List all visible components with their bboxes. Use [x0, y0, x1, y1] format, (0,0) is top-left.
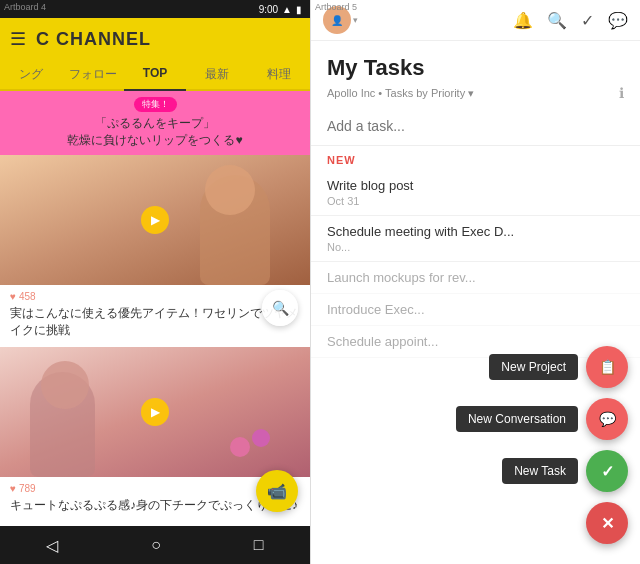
new-task-label: New Task: [502, 458, 578, 484]
content-area: 特集！ 「ぷるるんをキープ」 乾燥に負けないリップをつくる♥ ▶ ♥ 458 実…: [0, 91, 310, 526]
info-icon[interactable]: ℹ: [619, 85, 624, 101]
new-conversation-label: New Conversation: [456, 406, 578, 432]
battery-icon: ▮: [296, 4, 302, 15]
task-title-3: Introduce Exec...: [327, 302, 624, 317]
back-icon[interactable]: ◁: [46, 536, 58, 555]
task-date-0: Oct 31: [327, 195, 624, 207]
task-title-0: Write blog post: [327, 178, 624, 193]
close-icon: ✕: [601, 514, 614, 533]
artboard-label-left: Artboard 4: [4, 2, 46, 12]
task-item-2[interactable]: Launch mockups for rev...: [311, 262, 640, 294]
status-bar: 9:00 ▲ ▮: [0, 0, 310, 18]
likes-1: ♥ 458: [10, 291, 300, 302]
bottom-nav: ◁ ○ □: [0, 526, 310, 564]
tasks-list: NEW Write blog post Oct 31 Schedule meet…: [311, 146, 640, 564]
featured-line1: 「ぷるるんをキープ」: [6, 115, 304, 132]
fab-row-conversation: New Conversation 💬: [456, 398, 628, 440]
recents-icon[interactable]: □: [254, 536, 264, 554]
artboard-left: Artboard 4 9:00 ▲ ▮ ☰ C CHANNEL ング フォロー …: [0, 0, 310, 564]
heart-icon-2: ♥: [10, 483, 16, 494]
tab-bar: ング フォロー TOP 最新 料理: [0, 60, 310, 91]
page-title-area: My Tasks Apollo Inc • Tasks by Priority …: [311, 41, 640, 107]
add-task-row[interactable]: [311, 107, 640, 146]
task-date-1: No...: [327, 241, 624, 253]
home-icon[interactable]: ○: [151, 536, 161, 554]
task-title-1: Schedule meeting with Exec D...: [327, 224, 624, 239]
search-icon[interactable]: 🔍: [547, 11, 567, 30]
task-title-2: Launch mockups for rev...: [327, 270, 624, 285]
status-time: 9:00: [259, 4, 278, 15]
subtitle-row[interactable]: Apollo Inc • Tasks by Priority ▾ ℹ: [327, 85, 624, 101]
wifi-icon: ▲: [282, 4, 292, 15]
video-fab-button[interactable]: 📹: [256, 470, 298, 512]
task-item-1[interactable]: Schedule meeting with Exec D... No...: [311, 216, 640, 262]
tab-saishin[interactable]: 最新: [186, 60, 248, 89]
heart-icon-1: ♥: [10, 291, 16, 302]
video-thumb-2: ▶: [0, 347, 310, 477]
featured-banner: 特集！ 「ぷるるんをキープ」 乾燥に負けないリップをつくる♥: [0, 91, 310, 155]
fab-row-project: New Project 📋: [489, 346, 628, 388]
new-task-icon: ✓: [601, 462, 614, 481]
tab-ryouri[interactable]: 料理: [248, 60, 310, 89]
card-title-1: 実はこんなに使える優先アイテム！ワセリンでツヤメイクに挑戦: [10, 305, 300, 339]
play-button-1[interactable]: ▶: [141, 206, 169, 234]
task-item-0[interactable]: Write blog post Oct 31: [311, 170, 640, 216]
section-new-header: NEW: [311, 146, 640, 170]
new-project-button[interactable]: 📋: [586, 346, 628, 388]
right-top-bar: 👤 ▾ 🔔 🔍 ✓ 💬: [311, 0, 640, 41]
card-title-2: キュートなぷるぷる感♪身の下チークでぷっくりビに♪: [10, 497, 300, 514]
new-conversation-icon: 💬: [599, 411, 616, 427]
bell-icon[interactable]: 🔔: [513, 11, 533, 30]
search-overlay-button[interactable]: 🔍: [262, 290, 298, 326]
play-button-2[interactable]: ▶: [141, 398, 169, 426]
check-icon[interactable]: ✓: [581, 11, 594, 30]
fab-area: New Project 📋 New Conversation 💬 New Tas…: [456, 346, 628, 544]
chat-icon[interactable]: 💬: [608, 11, 628, 30]
task-item-3[interactable]: Introduce Exec...: [311, 294, 640, 326]
avatar-icon: 👤: [331, 15, 343, 26]
fab-row-close: ✕: [586, 502, 628, 544]
featured-badge: 特集！: [134, 97, 177, 112]
tab-ngu[interactable]: ング: [0, 60, 62, 89]
tab-follow[interactable]: フォロー: [62, 60, 124, 89]
page-title: My Tasks: [327, 55, 624, 81]
fab-close-button[interactable]: ✕: [586, 502, 628, 544]
new-project-icon: 📋: [599, 359, 616, 375]
subtitle-text: Apollo Inc • Tasks by Priority ▾: [327, 87, 474, 100]
new-conversation-button[interactable]: 💬: [586, 398, 628, 440]
featured-line2: 乾燥に負けないリップをつくる♥: [6, 132, 304, 149]
new-project-label: New Project: [489, 354, 578, 380]
add-task-input[interactable]: [327, 118, 624, 134]
hamburger-icon[interactable]: ☰: [10, 28, 26, 50]
tab-top[interactable]: TOP: [124, 60, 186, 89]
artboard-right: Artboard 5 👤 ▾ 🔔 🔍 ✓ 💬 My Tasks Apollo I…: [310, 0, 640, 564]
fab-row-task: New Task ✓: [502, 450, 628, 492]
top-bar-icons: 🔔 🔍 ✓ 💬: [513, 11, 628, 30]
artboard-label-right: Artboard 5: [315, 2, 357, 12]
new-task-button[interactable]: ✓: [586, 450, 628, 492]
top-nav: ☰ C CHANNEL: [0, 18, 310, 60]
video-thumb-1: ▶: [0, 155, 310, 285]
video-card-1[interactable]: ▶ ♥ 458 実はこんなに使える優先アイテム！ワセリンでツヤメイクに挑戦: [0, 155, 310, 347]
app-title: C CHANNEL: [36, 29, 151, 50]
avatar-chevron-icon[interactable]: ▾: [353, 15, 358, 25]
